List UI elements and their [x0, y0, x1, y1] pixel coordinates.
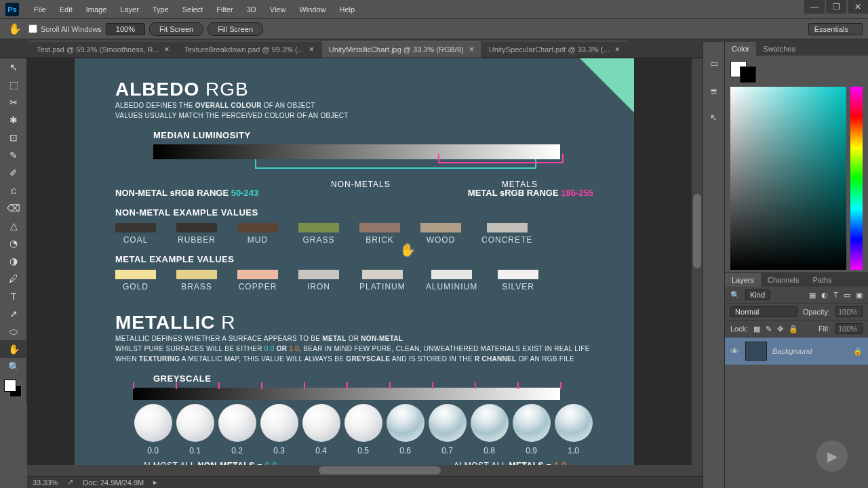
lock-all-icon[interactable]: 🔒	[789, 325, 798, 333]
filter-type-icon[interactable]: T	[833, 291, 838, 299]
menu-select[interactable]: Select	[176, 3, 210, 16]
menu-view[interactable]: View	[263, 3, 293, 16]
document-canvas[interactable]: ALBEDO RGB ALBEDO DEFINES THE OVERALL CO…	[75, 58, 634, 476]
minimize-button[interactable]: —	[804, 0, 825, 14]
menu-window[interactable]: Window	[292, 3, 332, 16]
zoom-value-field[interactable]: 100%	[106, 23, 145, 35]
menu-filter[interactable]: Filter	[210, 3, 239, 16]
document-tab-1[interactable]: TextureBreakdown.psd @ 59.3% (...×	[178, 41, 321, 58]
hue-slider[interactable]	[850, 87, 863, 270]
maximize-button[interactable]: ❐	[826, 0, 846, 14]
close-tab-icon[interactable]: ×	[615, 45, 620, 54]
horizontal-scrollbar[interactable]	[27, 465, 692, 476]
tool-button-10[interactable]: ◔	[0, 235, 27, 252]
collapsed-panel-icon-1[interactable]: ≣	[706, 83, 722, 98]
close-window-button[interactable]: ✕	[848, 0, 868, 14]
panel-tab-channels[interactable]: Channels	[761, 273, 806, 287]
fill-input[interactable]	[835, 323, 863, 334]
document-tab-0[interactable]: Test.psd @ 59.3% (Smoothness, R...×	[30, 41, 176, 58]
greyscale-tick	[347, 382, 348, 389]
tool-button-4[interactable]: ⊡	[0, 129, 27, 146]
sphere-item-0.2: 0.2	[217, 404, 257, 455]
window-controls: — ❐ ✕	[803, 0, 868, 14]
collapsed-panel-icon-0[interactable]: ▭	[706, 56, 722, 70]
menu-help[interactable]: Help	[333, 3, 362, 16]
document-tab-2[interactable]: UnityMetallicChart.jpg @ 33.3% (RGB/8)×	[322, 41, 481, 58]
srgb-range-row: NON-METAL sRGB RANGE 50-243 METAL sRGB R…	[115, 188, 593, 198]
tool-button-0[interactable]: ↖	[0, 58, 27, 76]
tool-button-5[interactable]: ✎	[0, 146, 27, 164]
panel-tab-swatches[interactable]: Swatches	[756, 42, 802, 56]
lock-transparency-icon[interactable]: ▩	[753, 325, 760, 333]
scroll-all-windows-checkbox[interactable]: Scroll All Windows	[28, 24, 102, 33]
tool-button-13[interactable]: T	[0, 287, 27, 305]
panel-tab-color[interactable]: Color	[725, 42, 756, 56]
filter-pixel-icon[interactable]: ▦	[809, 291, 816, 300]
panel-tab-paths[interactable]: Paths	[806, 273, 839, 287]
greyscale-tick	[133, 382, 134, 389]
color-field[interactable]	[730, 87, 846, 270]
metallic-desc-2: WHILST PURE SURFACES WILL BE EITHER 0.0 …	[115, 344, 593, 354]
close-tab-icon[interactable]: ×	[469, 45, 474, 54]
tool-button-3[interactable]: ✱	[0, 111, 27, 129]
tool-button-6[interactable]: ✐	[0, 164, 27, 182]
scroll-all-windows-input[interactable]	[28, 24, 37, 33]
background-swatch[interactable]	[740, 66, 756, 83]
swatch-color	[362, 270, 403, 279]
tool-button-9[interactable]: △	[0, 217, 27, 235]
vertical-scroll-thumb[interactable]	[693, 194, 701, 268]
fill-screen-button[interactable]: Fill Screen	[208, 22, 263, 36]
tool-button-12[interactable]: 🖊	[0, 270, 27, 287]
tool-button-11[interactable]: ◑	[0, 252, 27, 270]
menu-3d[interactable]: 3D	[240, 3, 263, 16]
swatch-mud: MUD	[237, 223, 278, 245]
horizontal-scroll-thumb[interactable]	[319, 466, 441, 474]
vertical-scrollbar[interactable]	[692, 58, 703, 476]
layer-filter-dropdown[interactable]: Kind	[745, 289, 770, 300]
close-tab-icon[interactable]: ×	[165, 45, 170, 54]
tool-button-7[interactable]: ⎌	[0, 182, 27, 199]
menu-type[interactable]: Type	[146, 3, 176, 16]
material-sphere	[134, 404, 172, 442]
menu-edit[interactable]: Edit	[53, 3, 79, 16]
layer-row-background[interactable]: 👁 Background 🔒	[725, 338, 868, 365]
color-picker[interactable]	[730, 87, 863, 270]
swatch-label: MUD	[248, 235, 268, 245]
tool-button-16[interactable]: ✋	[0, 340, 27, 358]
menu-file[interactable]: File	[27, 3, 53, 16]
swatch-silver: SILVER	[498, 270, 538, 291]
lock-position-icon[interactable]: ✥	[777, 325, 783, 333]
fg-color-box[interactable]	[4, 380, 16, 392]
close-tab-icon[interactable]: ×	[309, 45, 314, 54]
tool-button-8[interactable]: ⌫	[0, 199, 27, 217]
filter-shape-icon[interactable]: ▭	[844, 291, 850, 300]
menu-image[interactable]: Image	[79, 3, 114, 16]
visibility-toggle-icon[interactable]: 👁	[730, 346, 740, 357]
document-tab-3[interactable]: UnitySpecularChart.pdf @ 33.3% (...×	[482, 41, 627, 58]
fg-bg-tool-swatch[interactable]	[0, 378, 27, 403]
sphere-value-label: 0.2	[231, 446, 243, 455]
tool-button-17[interactable]: 🔍	[0, 358, 27, 375]
status-chevron-icon[interactable]: ▸	[153, 478, 157, 487]
workspace-switcher[interactable]: Essentials	[808, 23, 863, 35]
sphere-value-label: 0.1	[189, 446, 201, 455]
fg-bg-swatch[interactable]	[730, 61, 863, 83]
tool-button-1[interactable]: ⬚	[0, 76, 27, 94]
status-export-icon[interactable]: ↗	[67, 478, 73, 487]
panel-tab-layers[interactable]: Layers	[725, 273, 761, 287]
blend-mode-dropdown[interactable]: Normal	[730, 306, 797, 317]
lock-pixels-icon[interactable]: ✎	[766, 325, 772, 333]
canvas-area[interactable]: ALBEDO RGB ALBEDO DEFINES THE OVERALL CO…	[27, 58, 703, 476]
filter-adjust-icon[interactable]: ◐	[821, 291, 828, 300]
menu-layer[interactable]: Layer	[113, 3, 146, 16]
collapsed-panel-icon-2[interactable]: ↖	[706, 110, 722, 125]
tool-button-2[interactable]: ✂	[0, 94, 27, 111]
status-zoom[interactable]: 33.33%	[33, 479, 58, 487]
layer-thumbnail[interactable]	[745, 342, 767, 361]
opacity-input[interactable]	[835, 306, 863, 317]
tool-button-14[interactable]: ↗	[0, 305, 27, 323]
sphere-item-0.4: 0.4	[301, 404, 341, 455]
filter-smart-icon[interactable]: ▣	[856, 291, 863, 300]
fit-screen-button[interactable]: Fit Screen	[149, 22, 203, 36]
tool-button-15[interactable]: ⬭	[0, 323, 27, 340]
